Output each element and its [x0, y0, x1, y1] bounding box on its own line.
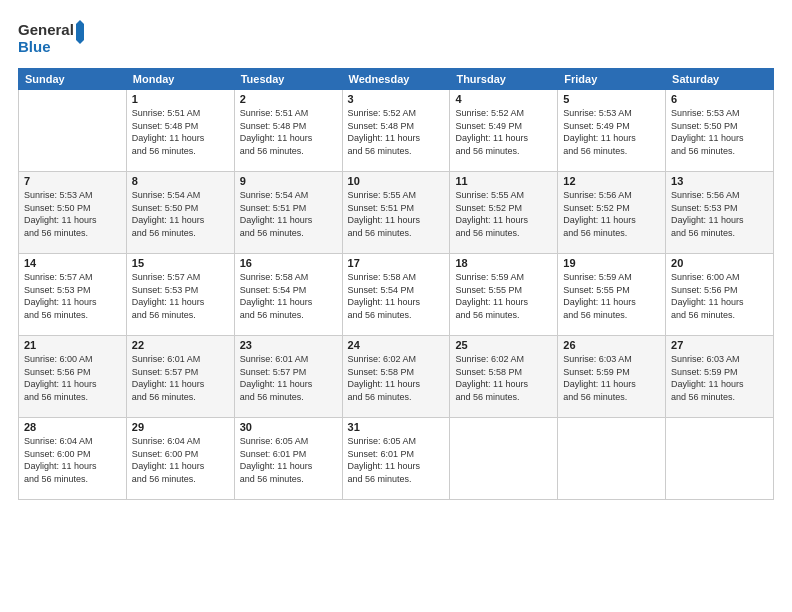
- day-info: Sunrise: 6:01 AMSunset: 5:57 PMDaylight:…: [132, 353, 229, 403]
- day-number: 4: [455, 93, 552, 105]
- day-number: 9: [240, 175, 337, 187]
- weekday-header-monday: Monday: [126, 69, 234, 90]
- calendar-cell: 14Sunrise: 5:57 AMSunset: 5:53 PMDayligh…: [19, 254, 127, 336]
- calendar-cell: 28Sunrise: 6:04 AMSunset: 6:00 PMDayligh…: [19, 418, 127, 500]
- calendar-cell: 24Sunrise: 6:02 AMSunset: 5:58 PMDayligh…: [342, 336, 450, 418]
- day-info: Sunrise: 5:58 AMSunset: 5:54 PMDaylight:…: [240, 271, 337, 321]
- day-number: 18: [455, 257, 552, 269]
- day-number: 28: [24, 421, 121, 433]
- calendar-row-3: 21Sunrise: 6:00 AMSunset: 5:56 PMDayligh…: [19, 336, 774, 418]
- calendar-cell: 11Sunrise: 5:55 AMSunset: 5:52 PMDayligh…: [450, 172, 558, 254]
- day-info: Sunrise: 5:51 AMSunset: 5:48 PMDaylight:…: [132, 107, 229, 157]
- day-number: 26: [563, 339, 660, 351]
- day-info: Sunrise: 5:57 AMSunset: 5:53 PMDaylight:…: [132, 271, 229, 321]
- day-info: Sunrise: 5:58 AMSunset: 5:54 PMDaylight:…: [348, 271, 445, 321]
- weekday-header-wednesday: Wednesday: [342, 69, 450, 90]
- day-number: 20: [671, 257, 768, 269]
- weekday-header-row: SundayMondayTuesdayWednesdayThursdayFrid…: [19, 69, 774, 90]
- calendar-cell: 1Sunrise: 5:51 AMSunset: 5:48 PMDaylight…: [126, 90, 234, 172]
- calendar-cell: 22Sunrise: 6:01 AMSunset: 5:57 PMDayligh…: [126, 336, 234, 418]
- day-info: Sunrise: 5:55 AMSunset: 5:51 PMDaylight:…: [348, 189, 445, 239]
- calendar-cell: 26Sunrise: 6:03 AMSunset: 5:59 PMDayligh…: [558, 336, 666, 418]
- day-info: Sunrise: 5:52 AMSunset: 5:48 PMDaylight:…: [348, 107, 445, 157]
- day-info: Sunrise: 6:03 AMSunset: 5:59 PMDaylight:…: [563, 353, 660, 403]
- calendar-row-0: 1Sunrise: 5:51 AMSunset: 5:48 PMDaylight…: [19, 90, 774, 172]
- day-info: Sunrise: 5:55 AMSunset: 5:52 PMDaylight:…: [455, 189, 552, 239]
- day-info: Sunrise: 5:59 AMSunset: 5:55 PMDaylight:…: [563, 271, 660, 321]
- calendar-cell: [450, 418, 558, 500]
- day-info: Sunrise: 5:56 AMSunset: 5:53 PMDaylight:…: [671, 189, 768, 239]
- day-info: Sunrise: 6:03 AMSunset: 5:59 PMDaylight:…: [671, 353, 768, 403]
- day-number: 7: [24, 175, 121, 187]
- calendar-cell: 4Sunrise: 5:52 AMSunset: 5:49 PMDaylight…: [450, 90, 558, 172]
- weekday-header-friday: Friday: [558, 69, 666, 90]
- calendar-cell: 25Sunrise: 6:02 AMSunset: 5:58 PMDayligh…: [450, 336, 558, 418]
- calendar-cell: 18Sunrise: 5:59 AMSunset: 5:55 PMDayligh…: [450, 254, 558, 336]
- calendar-cell: 12Sunrise: 5:56 AMSunset: 5:52 PMDayligh…: [558, 172, 666, 254]
- header: General Blue: [18, 18, 774, 58]
- calendar-cell: 15Sunrise: 5:57 AMSunset: 5:53 PMDayligh…: [126, 254, 234, 336]
- calendar-cell: 16Sunrise: 5:58 AMSunset: 5:54 PMDayligh…: [234, 254, 342, 336]
- calendar-cell: [558, 418, 666, 500]
- day-number: 19: [563, 257, 660, 269]
- day-number: 16: [240, 257, 337, 269]
- svg-marker-2: [76, 20, 88, 44]
- day-info: Sunrise: 6:05 AMSunset: 6:01 PMDaylight:…: [348, 435, 445, 485]
- day-number: 24: [348, 339, 445, 351]
- weekday-header-thursday: Thursday: [450, 69, 558, 90]
- day-number: 30: [240, 421, 337, 433]
- svg-text:Blue: Blue: [18, 38, 51, 55]
- day-number: 13: [671, 175, 768, 187]
- day-info: Sunrise: 5:56 AMSunset: 5:52 PMDaylight:…: [563, 189, 660, 239]
- weekday-header-saturday: Saturday: [666, 69, 774, 90]
- weekday-header-sunday: Sunday: [19, 69, 127, 90]
- day-number: 10: [348, 175, 445, 187]
- day-number: 1: [132, 93, 229, 105]
- day-info: Sunrise: 6:02 AMSunset: 5:58 PMDaylight:…: [348, 353, 445, 403]
- calendar-cell: 8Sunrise: 5:54 AMSunset: 5:50 PMDaylight…: [126, 172, 234, 254]
- calendar-cell: 2Sunrise: 5:51 AMSunset: 5:48 PMDaylight…: [234, 90, 342, 172]
- day-number: 29: [132, 421, 229, 433]
- day-info: Sunrise: 6:00 AMSunset: 5:56 PMDaylight:…: [671, 271, 768, 321]
- calendar-cell: 30Sunrise: 6:05 AMSunset: 6:01 PMDayligh…: [234, 418, 342, 500]
- calendar-cell: [666, 418, 774, 500]
- day-number: 22: [132, 339, 229, 351]
- day-info: Sunrise: 5:54 AMSunset: 5:51 PMDaylight:…: [240, 189, 337, 239]
- day-info: Sunrise: 6:00 AMSunset: 5:56 PMDaylight:…: [24, 353, 121, 403]
- calendar-cell: 17Sunrise: 5:58 AMSunset: 5:54 PMDayligh…: [342, 254, 450, 336]
- day-number: 2: [240, 93, 337, 105]
- day-number: 14: [24, 257, 121, 269]
- day-number: 23: [240, 339, 337, 351]
- day-number: 6: [671, 93, 768, 105]
- calendar-cell: 5Sunrise: 5:53 AMSunset: 5:49 PMDaylight…: [558, 90, 666, 172]
- day-info: Sunrise: 5:53 AMSunset: 5:50 PMDaylight:…: [24, 189, 121, 239]
- day-info: Sunrise: 5:57 AMSunset: 5:53 PMDaylight:…: [24, 271, 121, 321]
- svg-text:General: General: [18, 21, 74, 38]
- calendar-cell: 19Sunrise: 5:59 AMSunset: 5:55 PMDayligh…: [558, 254, 666, 336]
- day-info: Sunrise: 6:02 AMSunset: 5:58 PMDaylight:…: [455, 353, 552, 403]
- day-info: Sunrise: 5:59 AMSunset: 5:55 PMDaylight:…: [455, 271, 552, 321]
- day-info: Sunrise: 6:04 AMSunset: 6:00 PMDaylight:…: [24, 435, 121, 485]
- day-info: Sunrise: 5:53 AMSunset: 5:50 PMDaylight:…: [671, 107, 768, 157]
- day-number: 11: [455, 175, 552, 187]
- day-number: 5: [563, 93, 660, 105]
- calendar-cell: [19, 90, 127, 172]
- calendar-row-1: 7Sunrise: 5:53 AMSunset: 5:50 PMDaylight…: [19, 172, 774, 254]
- day-info: Sunrise: 6:05 AMSunset: 6:01 PMDaylight:…: [240, 435, 337, 485]
- day-number: 12: [563, 175, 660, 187]
- logo-svg: General Blue: [18, 18, 88, 58]
- calendar-cell: 3Sunrise: 5:52 AMSunset: 5:48 PMDaylight…: [342, 90, 450, 172]
- calendar-cell: 7Sunrise: 5:53 AMSunset: 5:50 PMDaylight…: [19, 172, 127, 254]
- logo: General Blue: [18, 18, 88, 58]
- day-number: 27: [671, 339, 768, 351]
- calendar-table: SundayMondayTuesdayWednesdayThursdayFrid…: [18, 68, 774, 500]
- day-info: Sunrise: 6:04 AMSunset: 6:00 PMDaylight:…: [132, 435, 229, 485]
- calendar-row-2: 14Sunrise: 5:57 AMSunset: 5:53 PMDayligh…: [19, 254, 774, 336]
- day-number: 31: [348, 421, 445, 433]
- calendar-cell: 23Sunrise: 6:01 AMSunset: 5:57 PMDayligh…: [234, 336, 342, 418]
- calendar-cell: 31Sunrise: 6:05 AMSunset: 6:01 PMDayligh…: [342, 418, 450, 500]
- day-number: 25: [455, 339, 552, 351]
- calendar-page: General Blue SundayMondayTuesdayWednesda…: [0, 0, 792, 612]
- day-number: 17: [348, 257, 445, 269]
- day-number: 15: [132, 257, 229, 269]
